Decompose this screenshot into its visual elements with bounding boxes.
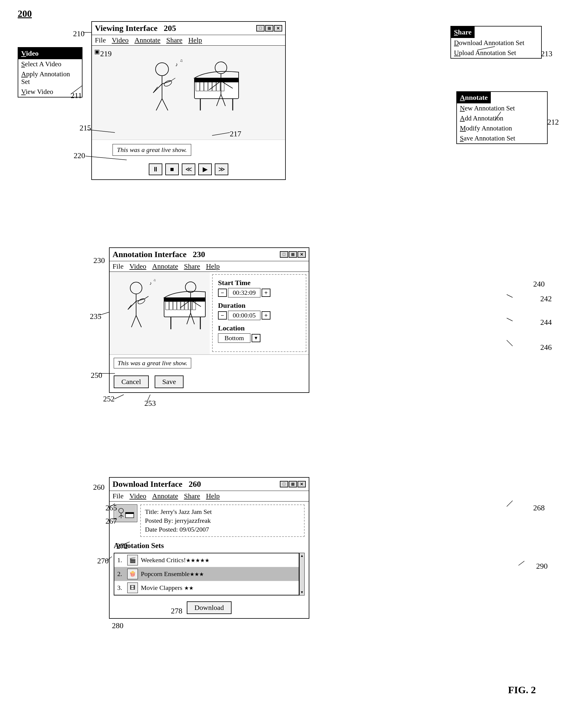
item-icon-1: 🎬 (127, 555, 138, 566)
di-menu-video[interactable]: Video (129, 492, 146, 500)
download-button[interactable]: Download (187, 601, 232, 614)
label-250: 250 (91, 371, 102, 380)
ai-win-close[interactable]: ✕ (298, 251, 306, 258)
scroll-up-arrow[interactable]: ▲ (300, 554, 304, 558)
scroll-down-arrow[interactable]: ▼ (300, 590, 304, 595)
svg-point-49 (185, 282, 196, 292)
annotate-menu: Annotate New Annotation Set Add Annotati… (456, 91, 548, 144)
vi-video-icon: ▣ (94, 48, 100, 55)
win-minimize[interactable]: □ (256, 25, 264, 31)
di-thumbnail (114, 504, 137, 522)
menu-video[interactable]: Video (112, 36, 128, 44)
svg-line-83 (518, 561, 524, 566)
label-242: 242 (540, 294, 552, 303)
di-menubar: File Video Annotate Share Help (109, 491, 309, 501)
win-close[interactable]: ✕ (274, 25, 282, 31)
ai-menu-share[interactable]: Share (184, 262, 200, 270)
svg-rect-44 (177, 302, 180, 310)
viewing-interface: Viewing Interface 205 □ ⊞ ✕ File Video A… (91, 21, 286, 180)
label-290: 290 (536, 562, 548, 571)
item-icon-3: 🎞 (127, 582, 138, 593)
svg-rect-47 (188, 302, 192, 310)
ai-cartoon-svg: ♪ ♫ (109, 272, 210, 354)
location-value: Bottom (218, 333, 250, 343)
di-date-posted: Date Posted: 09/05/2007 (145, 525, 300, 534)
list-item[interactable]: 2. 🍿 Popcorn Ensemble★★★ (114, 567, 299, 581)
svg-rect-45 (181, 302, 184, 310)
play-button[interactable]: ▶ (198, 163, 212, 175)
page-number: 200 (18, 8, 32, 19)
label-213: 213 (541, 50, 552, 58)
label-244: 244 (540, 318, 552, 327)
ai-menu-help[interactable]: Help (206, 262, 220, 270)
ai-win-maximize[interactable]: ⊞ (289, 251, 297, 258)
di-list: 1. 🎬 Weekend Critics!★★★★★ 2. 🍿 Popcorn … (114, 553, 299, 596)
label-260: 260 (93, 483, 105, 492)
annotate-save[interactable]: Save Annotation Set (457, 133, 547, 144)
ai-video-area: ♪ ♫ (109, 272, 309, 355)
menu-share[interactable]: Share (167, 36, 183, 44)
svg-line-36 (136, 315, 142, 327)
video-menu-apply[interactable]: Apply Annotation Set (18, 69, 82, 87)
svg-rect-42 (169, 302, 173, 310)
video-menu-select[interactable]: Select A Video (18, 59, 82, 69)
di-scrollbar[interactable]: ▲ ▼ (299, 553, 305, 596)
svg-line-30 (128, 301, 136, 310)
menu-annotate[interactable]: Annotate (135, 36, 160, 44)
di-menu-share[interactable]: Share (184, 492, 200, 500)
duration-minus[interactable]: − (218, 311, 227, 319)
location-arrow[interactable]: ▼ (252, 334, 260, 342)
di-win-maximize[interactable]: ⊞ (289, 481, 297, 487)
win-controls-di: □ ⊞ ✕ (280, 481, 306, 487)
di-title-line: Title: Jerry's Jazz Jam Set (145, 508, 300, 516)
vi-controls: ⏸ ■ ≪ ▶ ≫ (92, 159, 285, 179)
share-upload[interactable]: Upload Annotation Set (451, 48, 541, 58)
list-item[interactable]: 1. 🎬 Weekend Critics!★★★★★ (114, 553, 299, 567)
svg-rect-13 (196, 82, 199, 91)
save-button[interactable]: Save (155, 375, 184, 388)
label-219: 219 (100, 50, 112, 58)
ai-menu-video[interactable]: Video (129, 262, 146, 270)
svg-point-20 (215, 62, 227, 74)
duration-row: − 00:00:05 + (218, 311, 271, 320)
ai-menu-annotate[interactable]: Annotate (152, 262, 178, 270)
di-menu-file[interactable]: File (112, 492, 123, 500)
list-item[interactable]: 3. 🎞 Movie Clappers ★★ (114, 581, 299, 595)
rewind-button[interactable]: ≪ (182, 163, 195, 175)
start-time-value: 00:32:09 (228, 288, 260, 297)
start-time-label: Start Time (218, 279, 250, 287)
annotate-modify[interactable]: Modify Annotation (457, 123, 547, 133)
di-menu-help[interactable]: Help (206, 492, 220, 500)
label-252: 252 (103, 395, 115, 404)
ai-caption-area: This was a great live show. (109, 355, 309, 371)
annotate-new[interactable]: New Annotation Set (457, 103, 547, 113)
location-select-row: Bottom ▼ (218, 333, 260, 343)
vi-video-area: ▣ ♪ ♫ (92, 46, 285, 140)
svg-rect-46 (185, 302, 188, 310)
menu-file[interactable]: File (95, 36, 106, 44)
label-278: 278 (171, 607, 182, 616)
forward-button[interactable]: ≫ (215, 163, 228, 175)
menu-help[interactable]: Help (188, 36, 202, 44)
cancel-button[interactable]: Cancel (114, 375, 149, 388)
duration-plus[interactable]: + (261, 311, 271, 319)
di-titlebar: Download Interface 260 □ ⊞ ✕ (109, 478, 309, 491)
item-name-2: Popcorn Ensemble★★★ (141, 570, 204, 578)
annotate-add[interactable]: Add Annotation (457, 113, 547, 123)
stop-button[interactable]: ■ (165, 163, 179, 175)
annotation-interface: Annotation Interface 230 □ ⊞ ✕ File Vide… (109, 248, 309, 393)
di-win-close[interactable]: ✕ (298, 481, 306, 487)
svg-line-7 (156, 99, 162, 110)
svg-line-73 (507, 318, 513, 321)
start-time-minus[interactable]: − (218, 289, 227, 297)
share-download[interactable]: Download Annotation Set (451, 38, 541, 48)
ai-win-minimize[interactable]: □ (280, 251, 288, 258)
win-maximize[interactable]: ⊞ (265, 25, 273, 31)
svg-rect-17 (212, 82, 216, 91)
di-menu-annotate[interactable]: Annotate (152, 492, 178, 500)
ai-menu-file[interactable]: File (112, 262, 123, 270)
start-time-plus[interactable]: + (261, 289, 271, 297)
di-win-minimize[interactable]: □ (280, 481, 288, 487)
pause-button[interactable]: ⏸ (149, 163, 162, 175)
duration-control: Duration − 00:00:05 + (218, 302, 301, 320)
